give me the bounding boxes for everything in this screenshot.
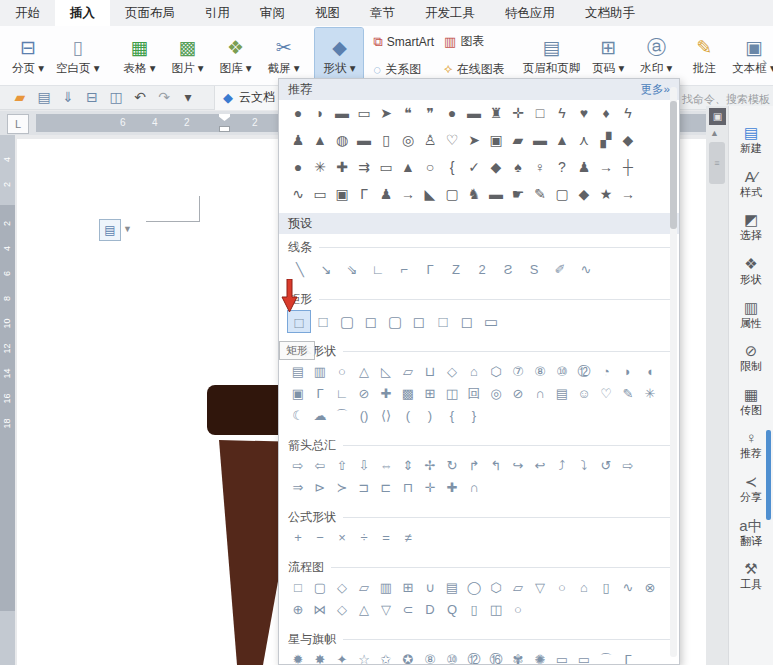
- vertical-ruler[interactable]: 42 24681012141618: [0, 135, 15, 665]
- shape-icon[interactable]: ▯: [595, 578, 617, 598]
- shape-icon[interactable]: □: [431, 310, 455, 333]
- shape-icon[interactable]: ▬: [463, 101, 485, 126]
- shape-icon[interactable]: {: [441, 406, 463, 426]
- shape-icon[interactable]: ✛: [507, 101, 529, 126]
- shape-icon[interactable]: ✓: [463, 155, 485, 180]
- open-file-icon[interactable]: ▰: [8, 89, 32, 105]
- shape-icon[interactable]: ▬: [331, 101, 353, 126]
- shape-icon[interactable]: ✚: [375, 384, 397, 404]
- shape-icon[interactable]: ⇨: [287, 456, 309, 476]
- shape-icon[interactable]: ◖: [639, 362, 661, 382]
- redo-icon[interactable]: ↷: [152, 89, 176, 105]
- shape-icon[interactable]: ┼: [617, 155, 639, 180]
- shape-icon[interactable]: ⊏: [375, 478, 397, 498]
- ribbon-button-水印[interactable]: ⓐ水印 ▾: [632, 28, 680, 83]
- shape-icon[interactable]: ⬡: [485, 362, 507, 382]
- shape-icon[interactable]: ⌂: [573, 578, 595, 598]
- shape-icon[interactable]: ⟨⟩: [375, 406, 397, 426]
- shape-icon[interactable]: ✢: [419, 456, 441, 476]
- shape-icon[interactable]: }: [463, 406, 485, 426]
- sidebar-item-形状[interactable]: ❖形状: [740, 255, 762, 286]
- shape-icon[interactable]: ◫: [485, 600, 507, 620]
- shape-icon[interactable]: ∿: [617, 578, 639, 598]
- skin-button[interactable]: ▣: [709, 108, 726, 125]
- shape-icon[interactable]: ▭: [375, 155, 397, 180]
- shape-icon[interactable]: ▱: [507, 578, 529, 598]
- shape-icon[interactable]: →: [397, 182, 419, 207]
- ribbon-button-空白页[interactable]: ▯空白页 ▾: [52, 28, 103, 83]
- shape-icon[interactable]: ⇦: [309, 456, 331, 476]
- tab-开发工具[interactable]: 开发工具: [410, 0, 490, 26]
- tab-页面布局[interactable]: 页面布局: [110, 0, 190, 26]
- shape-icon[interactable]: ✎: [529, 182, 551, 207]
- shape-icon[interactable]: ⑦: [507, 362, 529, 382]
- shape-icon[interactable]: ♟: [375, 182, 397, 207]
- tab-文档助手[interactable]: 文档助手: [570, 0, 650, 26]
- shape-icon[interactable]: ⇩: [353, 456, 375, 476]
- tab-引用[interactable]: 引用: [190, 0, 245, 26]
- shape-icon[interactable]: ▱: [353, 578, 375, 598]
- shape-icon[interactable]: ∩: [463, 478, 485, 498]
- shape-icon[interactable]: ϟ: [617, 101, 639, 126]
- indent-marker-top[interactable]: [219, 114, 230, 121]
- shape-icon[interactable]: ◣: [419, 182, 441, 207]
- shape-icon[interactable]: ◗: [309, 101, 331, 126]
- shape-icon[interactable]: ▥: [309, 362, 331, 382]
- shape-icon[interactable]: ♦: [595, 101, 617, 126]
- shape-icon[interactable]: ➤: [375, 101, 397, 126]
- shape-icon[interactable]: ❞: [419, 101, 441, 126]
- shape-icon[interactable]: ●: [441, 101, 463, 126]
- shape-icon[interactable]: ⌂: [463, 362, 485, 382]
- undo-icon[interactable]: ↶: [128, 89, 152, 105]
- shape-icon[interactable]: ◆: [617, 128, 639, 153]
- shape-icon[interactable]: ◻: [455, 310, 479, 333]
- shape-icon[interactable]: ∩: [529, 384, 551, 404]
- shape-icon[interactable]: ♀: [529, 155, 551, 180]
- shape-icon[interactable]: −: [309, 528, 331, 548]
- shape-icon[interactable]: ➤: [463, 128, 485, 153]
- shape-icon[interactable]: →: [595, 155, 617, 180]
- shape-icon[interactable]: ⤵: [573, 456, 595, 476]
- shape-icon[interactable]: ↺: [595, 456, 617, 476]
- sidebar-item-推荐[interactable]: ♀推荐: [740, 429, 762, 460]
- shape-icon[interactable]: ϟ: [551, 101, 573, 126]
- shape-icon[interactable]: ≻: [331, 478, 353, 498]
- sidebar-scrollbar-thumb[interactable]: [766, 430, 771, 520]
- shape-icon[interactable]: ▢: [383, 310, 407, 333]
- sidebar-item-传图[interactable]: ▦传图: [740, 386, 762, 417]
- shape-icon[interactable]: ⌒: [595, 650, 617, 665]
- shape-icon[interactable]: ▥: [375, 578, 397, 598]
- sidebar-item-分享[interactable]: ≺分享: [740, 473, 762, 504]
- tab-插入[interactable]: 插入: [55, 0, 110, 26]
- shape-icon[interactable]: ⑩: [551, 362, 573, 382]
- ribbon-button-截屏[interactable]: ✂截屏 ▾: [259, 28, 307, 83]
- shape-icon[interactable]: ▭: [479, 310, 503, 333]
- shape-icon[interactable]: ☺: [573, 384, 595, 404]
- shape-icon[interactable]: ○: [551, 578, 573, 598]
- shape-icon[interactable]: ⇨: [617, 456, 639, 476]
- shape-icon[interactable]: ⊞: [397, 578, 419, 598]
- shape-icon[interactable]: ⊞: [419, 384, 441, 404]
- document-scrollbar[interactable]: ▣ ▲ ≡: [706, 106, 728, 665]
- shape-icon[interactable]: ▲: [551, 128, 573, 153]
- shape-icon[interactable]: ⑩: [441, 650, 463, 665]
- shape-icon[interactable]: ▲: [309, 128, 331, 153]
- shape-icon[interactable]: ⊂: [397, 600, 419, 620]
- shape-icon[interactable]: ★: [595, 182, 617, 207]
- shape-icon[interactable]: ⇔: [375, 456, 397, 476]
- shape-icon[interactable]: ○: [507, 600, 529, 620]
- shape-icon[interactable]: ⇒: [287, 478, 309, 498]
- shape-icon[interactable]: ⇉: [353, 155, 375, 180]
- shape-icon[interactable]: ✎: [617, 384, 639, 404]
- tab-章节[interactable]: 章节: [355, 0, 410, 26]
- shape-icon[interactable]: ⑫: [573, 362, 595, 382]
- shape-icon[interactable]: ?: [551, 155, 573, 180]
- shape-icon[interactable]: ▢: [335, 310, 359, 333]
- shape-icon[interactable]: ◇: [331, 600, 353, 620]
- shape-icon[interactable]: ∪: [419, 578, 441, 598]
- shape-icon[interactable]: ▣: [331, 182, 353, 207]
- shape-icon[interactable]: ▬: [485, 182, 507, 207]
- shape-icon[interactable]: ▭: [573, 650, 595, 665]
- shape-icon[interactable]: ✸: [309, 650, 331, 665]
- shape-icon[interactable]: {: [441, 155, 463, 180]
